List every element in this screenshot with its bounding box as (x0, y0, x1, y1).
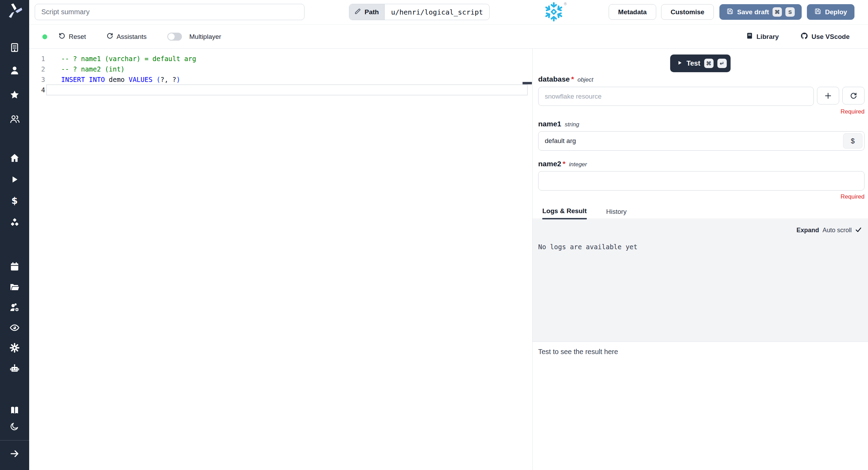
user-cog-icon[interactable] (0, 302, 29, 313)
sql-bracket: ) (176, 76, 180, 83)
code-line-2: -- ? name2 (int) (61, 64, 125, 74)
path-value[interactable]: u/henri/logical_script (385, 4, 489, 20)
use-vscode-label: Use VScode (811, 33, 850, 41)
metadata-label: Metadata (618, 8, 646, 16)
variable-picker-button[interactable]: $ (843, 133, 862, 149)
line-number: 2 (29, 64, 45, 74)
gear-icon[interactable] (0, 342, 29, 354)
deploy-label: Deploy (825, 8, 847, 16)
test-panel: Test ⌘ ↵ database* object Required name1… (533, 49, 868, 470)
required-star: * (563, 160, 566, 168)
code-editor[interactable]: 1 2 3 4 -- ? name1 (varchar) = default a… (29, 49, 532, 470)
multiplayer-toggle[interactable] (167, 33, 182, 41)
line-number-active: 4 (29, 85, 45, 95)
result-hint: Test to see the result here (538, 348, 618, 356)
use-vscode-button[interactable]: Use VScode (800, 32, 850, 42)
sql-identifier: demo (105, 76, 129, 83)
code-line-1: -- ? name1 (varchar) = default arg (61, 53, 196, 64)
play-icon (677, 60, 683, 67)
add-resource-button[interactable] (817, 87, 839, 104)
cubes-icon[interactable] (0, 217, 29, 229)
script-summary-input[interactable] (35, 4, 304, 20)
refresh-resource-button[interactable] (842, 87, 865, 104)
logs-area: Expand Auto scroll No logs are available… (533, 219, 868, 342)
github-icon (800, 32, 808, 42)
database-resource-input[interactable] (538, 87, 814, 106)
current-line-highlight (46, 84, 528, 95)
sql-params: ?, ? (160, 76, 176, 83)
editor-toolbar: Reset Assistants Multiplayer Library (29, 25, 868, 49)
reset-label: Reset (69, 33, 86, 41)
multiplayer-control: Multiplayer (167, 33, 221, 41)
field-name: name1 (538, 120, 561, 128)
save-icon (726, 8, 734, 17)
pencil-icon (354, 8, 361, 16)
person-icon[interactable] (0, 65, 29, 76)
sql-comment: -- ? name2 (int) (61, 65, 125, 73)
eye-icon[interactable] (0, 322, 29, 334)
metadata-button[interactable]: Metadata (609, 4, 656, 20)
save-icon (814, 8, 821, 17)
kbd-cmd: ⌘ (773, 7, 782, 17)
dollar-icon[interactable]: $ (0, 195, 29, 207)
save-draft-button[interactable]: Save draft ⌘ S (719, 4, 802, 20)
kbd-cmd: ⌘ (704, 59, 713, 68)
windmill-logo-icon[interactable] (0, 3, 29, 19)
home-icon[interactable] (0, 152, 29, 164)
assistants-button[interactable]: Assistants (106, 32, 147, 41)
robot-icon[interactable] (0, 363, 29, 375)
check-icon[interactable] (855, 226, 862, 234)
kbd-enter: ↵ (717, 59, 727, 68)
field-type: integer (569, 161, 587, 168)
expand-button[interactable]: Expand (796, 227, 819, 234)
customise-button[interactable]: Customise (661, 4, 714, 20)
library-button[interactable]: Library (746, 32, 779, 41)
sql-bracket: ( (152, 76, 160, 83)
reset-button[interactable]: Reset (58, 32, 86, 41)
app-root: $ (0, 0, 868, 470)
name1-field-row: $ (538, 131, 865, 151)
top-bar: Path u/henri/logical_script ® Metadata (29, 0, 868, 25)
path-label: Path (365, 8, 379, 16)
tab-logs-result[interactable]: Logs & Result (542, 207, 587, 219)
test-button[interactable]: Test ⌘ ↵ (670, 54, 731, 72)
line-number: 1 (29, 53, 45, 64)
path-edit-button[interactable]: Path (349, 4, 385, 20)
required-badge: Required (841, 108, 865, 115)
play-icon[interactable] (0, 174, 29, 185)
field-label-database: database* object (538, 75, 593, 83)
field-label-name1: name1 string (538, 120, 579, 128)
building-icon[interactable] (0, 42, 29, 53)
field-type: object (577, 76, 593, 83)
field-label-name2: name2* integer (538, 160, 587, 168)
code-line-3: INSERT INTO demo VALUES (?, ?) (61, 74, 180, 85)
line-number: 3 (29, 74, 45, 85)
kbd-s: S (785, 7, 795, 17)
database-field-row (538, 87, 865, 106)
book-icon[interactable] (0, 404, 29, 416)
snowflake-logo-icon: ® (544, 2, 567, 23)
sql-keyword: VALUES (128, 76, 152, 83)
calendar-icon[interactable] (0, 261, 29, 272)
star-icon[interactable] (0, 89, 29, 101)
field-type: string (565, 121, 579, 128)
test-label: Test (686, 59, 700, 67)
sql-comment: -- ? name1 (varchar) = default arg (61, 55, 196, 62)
deploy-button[interactable]: Deploy (807, 4, 854, 20)
sidebar: $ (0, 0, 29, 470)
required-star: * (571, 75, 574, 83)
name2-input[interactable] (538, 171, 865, 191)
save-draft-label: Save draft (737, 8, 769, 16)
moon-icon[interactable] (0, 420, 29, 432)
folder-icon[interactable] (0, 281, 29, 293)
result-tabs: Logs & Result History (533, 205, 868, 219)
svg-text:$: $ (11, 196, 18, 206)
refresh-icon (106, 32, 114, 41)
field-name: name2 (538, 160, 561, 168)
required-badge: Required (841, 193, 865, 200)
user-group-icon[interactable] (0, 113, 29, 125)
tab-history[interactable]: History (606, 208, 627, 219)
arrow-right-icon[interactable] (0, 448, 29, 460)
minimap-scroll-handle[interactable] (523, 82, 532, 84)
name1-input[interactable] (538, 131, 865, 151)
